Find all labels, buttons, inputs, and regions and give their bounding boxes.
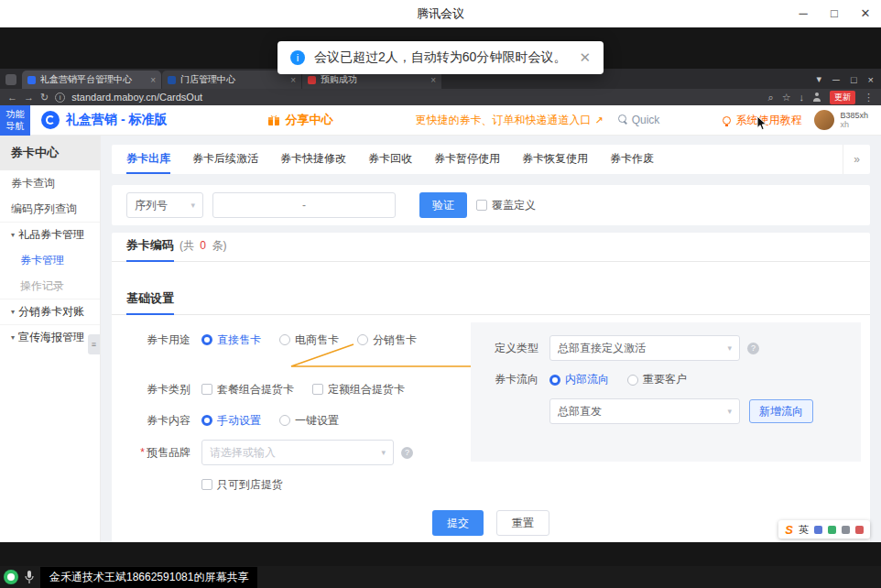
sidebar-group-poster-mgmt[interactable]: ▾ 宣传海报管理 bbox=[0, 324, 100, 350]
browser-minimize-icon[interactable]: ─ bbox=[832, 74, 840, 85]
label-text: 预售品牌 bbox=[147, 446, 190, 459]
main-content: 券卡出库 券卡后续激活 券卡快捷修改 券卡回收 券卡暂停使用 券卡恢复使用 券卡… bbox=[101, 136, 881, 542]
search-icon bbox=[618, 114, 627, 125]
forward-icon[interactable]: → bbox=[24, 93, 34, 103]
radio-ecommerce-sale[interactable]: 电商售卡 bbox=[279, 332, 339, 348]
favicon bbox=[308, 76, 316, 84]
radio-one-click-setup[interactable]: 一键设置 bbox=[279, 413, 339, 429]
required-mark: * bbox=[140, 446, 145, 459]
browser-tab-gift-admin[interactable]: 礼盒营销平台管理中心 × bbox=[22, 71, 161, 89]
checkbox-fixed-combo-pickup-card[interactable]: 定额组合提货卡 bbox=[312, 382, 405, 397]
tab-card-outbound[interactable]: 券卡出库 bbox=[126, 145, 170, 174]
tab-card-suspend[interactable]: 券卡暂停使用 bbox=[434, 145, 500, 174]
sidebar-item-operation-log[interactable]: 操作记录 bbox=[0, 273, 100, 299]
radio-manual-setup[interactable]: 手动设置 bbox=[201, 413, 261, 429]
define-type-select[interactable]: 总部直接定义激活 ▾ bbox=[549, 335, 740, 361]
card-usage-row: 券卡用途 直接售卡 电商售卡 bbox=[126, 328, 474, 352]
add-flow-button[interactable]: 新增流向 bbox=[749, 399, 813, 423]
sidebar-group-gift-card-mgmt[interactable]: ▾ 礼品券卡管理 bbox=[0, 222, 100, 247]
tab-list-chevron-icon[interactable]: ▾ bbox=[817, 73, 822, 85]
share-center-link[interactable]: 分享中心 bbox=[267, 112, 332, 128]
card-content-label: 券卡内容 bbox=[126, 413, 190, 429]
url-text[interactable]: standard.maboy.cn/CardsOut bbox=[71, 92, 761, 103]
browser-close-icon[interactable]: × bbox=[868, 74, 874, 85]
toast-text: 会议已超过2人，自动转为60分钟限时会议。 bbox=[314, 49, 566, 66]
tab-card-followup-activate[interactable]: 券卡后续激活 bbox=[192, 145, 258, 174]
browser-update-button[interactable]: 更新 bbox=[830, 91, 855, 104]
sidebar-item-code-sequence-query[interactable]: 编码序列查询 bbox=[0, 196, 100, 222]
radio-icon bbox=[201, 334, 212, 345]
tab-card-quick-edit[interactable]: 券卡快捷修改 bbox=[280, 145, 346, 174]
site-info-icon[interactable]: i bbox=[55, 93, 65, 103]
maximize-icon[interactable]: □ bbox=[819, 0, 850, 27]
checkbox-combo-pickup-card[interactable]: 套餐组合提货卡 bbox=[201, 382, 294, 397]
sidebar-item-label: 操作记录 bbox=[20, 278, 64, 294]
presale-brand-select[interactable]: 请选择或输入 ▾ bbox=[201, 440, 394, 465]
radio-icon bbox=[357, 334, 368, 345]
bookmark-star-icon[interactable]: ☆ bbox=[782, 93, 791, 103]
tab-card-restore[interactable]: 券卡恢复使用 bbox=[522, 145, 588, 174]
more-menu-icon[interactable]: ⋮ bbox=[864, 93, 874, 103]
reload-icon[interactable]: ↻ bbox=[40, 93, 49, 103]
quick-search[interactable]: Quick bbox=[618, 114, 660, 126]
chevron-down-icon: ▾ bbox=[11, 308, 15, 316]
back-icon[interactable]: ← bbox=[7, 93, 17, 103]
serial-type-select[interactable]: 序列号 ▾ bbox=[126, 192, 203, 218]
spacer bbox=[112, 262, 870, 286]
reset-button[interactable]: 重置 bbox=[496, 510, 549, 536]
tab-card-void[interactable]: 券卡作废 bbox=[610, 145, 654, 174]
serial-range-input[interactable] bbox=[212, 192, 396, 218]
close-icon[interactable]: ✕ bbox=[850, 0, 881, 27]
verify-button[interactable]: 验证 bbox=[419, 192, 467, 218]
radio-internal-flow[interactable]: 内部流向 bbox=[549, 372, 609, 387]
ime-tool-icon[interactable] bbox=[814, 526, 822, 534]
flow-select[interactable]: 总部直发 ▾ bbox=[549, 398, 740, 424]
function-nav-toggle[interactable]: 功能导航 bbox=[0, 105, 30, 136]
card-usage-options: 直接售卡 电商售卡 分销售卡 bbox=[201, 332, 417, 348]
tab-label: 预购成功 bbox=[321, 73, 426, 86]
sidebar-item-label: 券卡管理 bbox=[20, 253, 64, 268]
user-account[interactable]: B385xh xh bbox=[814, 110, 868, 130]
browser-menu-icon[interactable] bbox=[5, 74, 16, 85]
radio-key-customer[interactable]: 重要客户 bbox=[627, 372, 687, 387]
sidebar-collapse-handle[interactable]: ≡ bbox=[88, 334, 100, 354]
sidebar-item-card-query[interactable]: 券卡查询 bbox=[0, 170, 100, 196]
override-define-checkbox[interactable]: 覆盖定义 bbox=[476, 198, 536, 213]
ime-language-toggle[interactable]: 英 bbox=[799, 523, 809, 537]
tabs-collapse-button[interactable]: » bbox=[843, 145, 870, 174]
submit-button[interactable]: 提交 bbox=[432, 510, 484, 536]
activation-panel: 定义类型 总部直接定义激活 ▾ ? 券卡流向 bbox=[471, 322, 861, 462]
profile-icon[interactable] bbox=[812, 93, 821, 102]
download-icon[interactable]: ↓ bbox=[799, 93, 805, 103]
module-tabs: 券卡出库 券卡后续激活 券卡快捷修改 券卡回收 券卡暂停使用 券卡恢复使用 券卡… bbox=[112, 145, 870, 174]
store-only-checkbox[interactable]: 只可到店提货 bbox=[201, 477, 283, 493]
tab-close-icon[interactable]: × bbox=[290, 75, 296, 85]
radio-distribution-sale[interactable]: 分销售卡 bbox=[357, 332, 417, 348]
ime-mic-icon[interactable] bbox=[828, 526, 836, 534]
radio-direct-sale[interactable]: 直接售卡 bbox=[201, 332, 261, 348]
option-label: 电商售卡 bbox=[295, 332, 339, 348]
tab-close-icon[interactable]: × bbox=[430, 75, 436, 85]
promo-link[interactable]: 更快捷的券卡、订单和快递通道入口 ↗ bbox=[415, 113, 603, 128]
browser-window: 礼盒营销平台管理中心 × 门店管理中心 × 预购成功 × ▾ ─ □ bbox=[0, 69, 881, 542]
basic-settings-title: 基础设置 bbox=[126, 290, 174, 315]
toast-close-icon[interactable]: ✕ bbox=[579, 49, 591, 66]
ime-keyboard-icon[interactable] bbox=[842, 526, 850, 534]
sidebar-item-card-mgmt[interactable]: 券卡管理 bbox=[0, 247, 100, 273]
info-icon[interactable]: ? bbox=[401, 447, 413, 459]
tab-close-icon[interactable]: × bbox=[150, 75, 156, 85]
chevron-down-icon: ▾ bbox=[381, 448, 386, 457]
chevron-down-icon: ▾ bbox=[11, 333, 15, 342]
sogou-logo-icon[interactable]: S bbox=[785, 523, 793, 537]
tab-label: 礼盒营销平台管理中心 bbox=[40, 73, 146, 86]
tab-card-recycle[interactable]: 券卡回收 bbox=[368, 145, 412, 174]
zoom-icon[interactable]: ⌕ bbox=[767, 93, 773, 103]
sidebar-group-distribution-reconcile[interactable]: ▾ 分销券卡对账 bbox=[0, 299, 100, 324]
card-flow-options: 内部流向 重要客户 bbox=[549, 372, 687, 387]
microphone-icon[interactable] bbox=[24, 570, 35, 584]
ime-settings-icon[interactable] bbox=[855, 526, 864, 534]
info-icon[interactable]: ? bbox=[747, 343, 759, 354]
user-names: B385xh xh bbox=[840, 111, 868, 130]
minimize-icon[interactable]: ─ bbox=[788, 0, 819, 27]
browser-maximize-icon[interactable]: □ bbox=[851, 74, 857, 85]
